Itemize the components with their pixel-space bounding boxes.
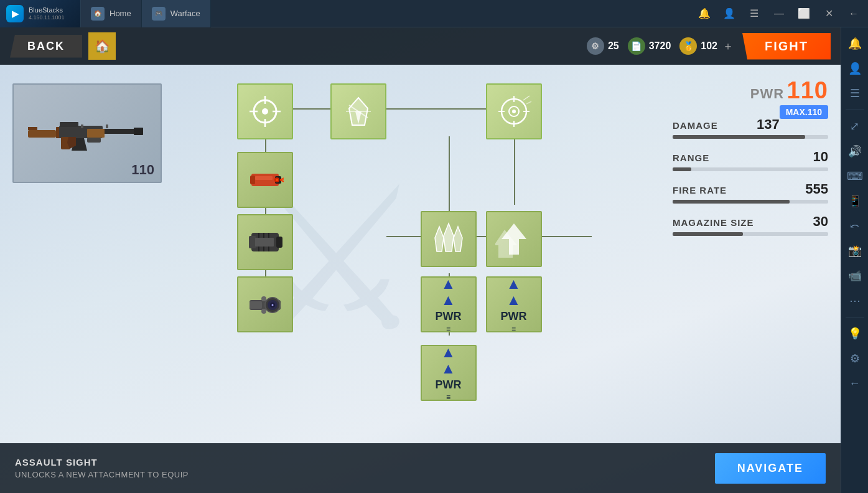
bell-icon[interactable]: 🔔 — [695, 4, 714, 23]
pwr-right-equal: ≡ — [511, 324, 516, 333]
skill-tree-container: ▲ ▲ PWR ≡ ▲ ▲ PWR ≡ — [203, 77, 638, 426]
skill-node-pwr-mid[interactable]: ▲ ▲ PWR ≡ — [421, 276, 477, 332]
sidebar-account-icon[interactable]: 👤 — [844, 57, 866, 80]
minimize-button[interactable]: — — [770, 4, 788, 23]
stat-damage-bar-bg — [673, 135, 828, 139]
sidebar-keyboard-icon[interactable]: ⌨ — [844, 165, 866, 187]
svg-rect-34 — [255, 176, 273, 180]
sidebar-video-icon[interactable]: 📹 — [844, 265, 866, 287]
tab-warface[interactable]: 🎮 Warface — [142, 0, 211, 27]
tab-home[interactable]: 🏠 Home — [81, 0, 142, 27]
stat-damage: DAMAGE 137 — [673, 116, 828, 139]
svg-point-13 — [262, 108, 268, 115]
stat-magazine-bar-bg — [673, 232, 828, 236]
sidebar-expand-icon[interactable]: ⤢ — [844, 115, 866, 138]
app-name: BlueStacks — [29, 6, 65, 14]
skill-node-muzzle[interactable] — [237, 214, 293, 270]
navigate-button[interactable]: NAVIGATE — [715, 453, 826, 484]
currency-gear: ⚙ 25 — [587, 37, 619, 55]
sidebar-refresh-icon[interactable]: ⤺ — [844, 215, 866, 237]
gear-currency-icon: ⚙ — [587, 37, 604, 55]
warface-tab-icon: 🎮 — [152, 7, 166, 21]
main-content: 110 — [0, 65, 841, 443]
pwr-value: 110 — [787, 77, 828, 103]
tab-home-label: Home — [110, 9, 131, 18]
tab-warface-label: Warface — [170, 9, 200, 18]
sidebar-bell-icon[interactable]: 🔔 — [844, 32, 866, 55]
cash-currency-icon: 📄 — [628, 37, 645, 55]
sidebar-back-icon[interactable]: ← — [844, 372, 866, 395]
cash-value: 3720 — [649, 40, 671, 52]
stat-range-bar-fill — [673, 167, 691, 171]
account-icon[interactable]: 👤 — [720, 4, 739, 23]
top-bar: BACK 🏠 ⚙ 25 📄 3720 🥇 102 ＋ FIGHT — [0, 27, 841, 65]
currency-cash: 📄 3720 — [628, 37, 671, 55]
sidebar-sound-icon[interactable]: 🔊 — [844, 140, 866, 162]
add-currency-button[interactable]: ＋ — [722, 39, 734, 54]
stat-range: RANGE 10 — [673, 149, 828, 171]
currency-gold: 🥇 102 — [679, 37, 717, 55]
pwr-mid-equal: ≡ — [446, 324, 450, 333]
back-button[interactable]: BACK — [10, 35, 82, 58]
bottom-bar: ASSAULT SIGHT UNLOCKS A NEW ATTACHMENT T… — [0, 443, 841, 493]
sidebar-camera-icon[interactable]: 📸 — [844, 240, 866, 262]
stats-list: DAMAGE 137 RANGE 10 — [673, 116, 828, 236]
skill-node-pwr-bottom[interactable]: ▲ ▲ PWR ≡ — [421, 345, 477, 401]
svg-rect-40 — [276, 237, 282, 248]
bottom-info: ASSAULT SIGHT UNLOCKS A NEW ATTACHMENT T… — [15, 457, 189, 479]
skill-node-crosshair[interactable] — [237, 83, 293, 139]
connector-v6 — [514, 136, 515, 205]
skill-node-multi-bullet[interactable] — [421, 211, 477, 267]
svg-rect-11 — [60, 122, 78, 127]
bluestacks-icon: ▶ — [6, 5, 24, 22]
back-nav-icon[interactable]: ← — [844, 4, 863, 23]
bluestacks-logo: ▶ BlueStacks 4.150.11.1001 — [0, 0, 81, 27]
skill-node-scope[interactable] — [237, 276, 293, 332]
connector-h5 — [542, 236, 592, 237]
gold-currency-icon: 🥇 — [679, 37, 697, 55]
skill-node-target[interactable] — [486, 83, 542, 139]
stat-range-name: RANGE — [673, 153, 709, 163]
svg-rect-1 — [28, 127, 37, 130]
title-bar-controls: 🔔 👤 ☰ — ⬜ ✕ ← — [695, 4, 868, 23]
title-bar: ▶ BlueStacks 4.150.11.1001 🏠 Home 🎮 Warf… — [0, 0, 868, 27]
sidebar-bulb-icon[interactable]: 💡 — [844, 322, 866, 345]
skill-node-bullet[interactable] — [330, 83, 386, 139]
svg-rect-50 — [250, 301, 262, 309]
connector-v4 — [449, 136, 450, 211]
app-version: 4.150.11.1001 — [29, 14, 65, 21]
svg-rect-44 — [255, 238, 274, 247]
svg-rect-30 — [250, 176, 255, 184]
home-tab-icon: 🏠 — [91, 7, 105, 21]
stat-firerate-bar-bg — [673, 200, 828, 204]
stat-magazine-value: 30 — [813, 214, 828, 230]
close-button[interactable]: ✕ — [819, 4, 838, 23]
pwr-bottom-equal: ≡ — [446, 393, 450, 401]
skill-node-pwr-right[interactable]: ▲ ▲ PWR ≡ — [486, 276, 542, 332]
svg-point-51 — [261, 296, 266, 301]
sidebar-menu-icon[interactable]: ☰ — [844, 82, 866, 105]
skill-node-laser[interactable] — [237, 152, 293, 208]
pwr-right-label: PWR — [501, 310, 527, 323]
weapon-image — [25, 102, 149, 164]
max-badge: MAX.110 — [780, 105, 828, 119]
svg-rect-7 — [87, 129, 105, 138]
weapon-level: 110 — [131, 162, 154, 178]
sidebar-settings-icon[interactable]: ⚙ — [844, 347, 866, 370]
weapon-card[interactable]: 110 — [12, 83, 162, 183]
sidebar-more-icon[interactable]: ⋯ — [844, 289, 866, 312]
stat-magazine-name: MAGAZINE SIZE — [673, 217, 754, 228]
skill-node-speed[interactable] — [486, 211, 542, 267]
svg-line-27 — [523, 96, 530, 100]
sidebar-phone-icon[interactable]: 📱 — [844, 190, 866, 212]
fight-button[interactable]: FIGHT — [742, 33, 831, 60]
maximize-button[interactable]: ⬜ — [795, 4, 813, 23]
home-icon: 🏠 — [95, 39, 110, 54]
title-bar-left: ▶ BlueStacks 4.150.11.1001 🏠 Home 🎮 Warf… — [0, 0, 211, 27]
home-shortcut-button[interactable]: 🏠 — [88, 32, 116, 60]
right-sidebar: 🔔 👤 ☰ ⤢ 🔊 ⌨ 📱 ⤺ 📸 📹 ⋯ 💡 ⚙ ← — [841, 27, 868, 493]
stat-firerate-name: FIRE RATE — [673, 185, 727, 195]
pwr-label: PWR — [750, 86, 784, 101]
stat-firerate-bar-fill — [673, 200, 790, 204]
menu-icon[interactable]: ☰ — [745, 4, 763, 23]
